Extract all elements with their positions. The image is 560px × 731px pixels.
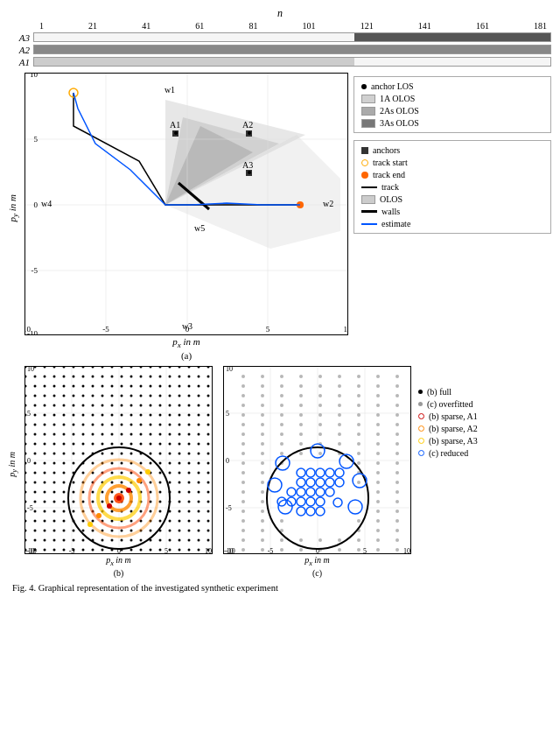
svg-point-294 xyxy=(34,481,37,484)
svg-text:10: 10 xyxy=(403,547,410,554)
svg-point-181 xyxy=(102,424,104,426)
svg-point-497 xyxy=(357,384,360,388)
svg-point-100 xyxy=(92,385,94,388)
svg-point-69 xyxy=(178,366,181,369)
svg-point-140 xyxy=(92,404,94,407)
svg-point-613 xyxy=(261,548,264,552)
svg-point-388 xyxy=(169,520,172,523)
svg-point-148 xyxy=(169,404,172,407)
svg-point-389 xyxy=(178,520,181,523)
svg-point-532 xyxy=(338,423,341,426)
svg-point-249 xyxy=(178,453,181,455)
svg-point-145 xyxy=(140,404,143,407)
svg-point-464 xyxy=(145,469,150,474)
svg-point-217 xyxy=(63,443,66,446)
svg-point-143 xyxy=(121,404,123,407)
svg-point-34 xyxy=(174,131,178,135)
svg-point-427 xyxy=(159,539,162,542)
svg-point-338 xyxy=(73,501,75,503)
svg-point-168 xyxy=(169,414,172,417)
svg-point-177 xyxy=(63,424,66,426)
svg-point-542 xyxy=(357,432,360,436)
svg-point-355 xyxy=(44,510,46,513)
legend-item-2as: 2As OLOS xyxy=(361,106,543,116)
svg-point-589 xyxy=(376,510,380,513)
legend-los-label: anchor LOS xyxy=(371,81,414,91)
svg-point-327 xyxy=(159,491,162,494)
svg-point-632 xyxy=(306,497,315,506)
svg-point-303 xyxy=(121,481,123,484)
svg-point-336 xyxy=(53,501,56,503)
svg-point-514 xyxy=(338,404,341,407)
svg-point-429 xyxy=(178,539,181,542)
svg-point-246 xyxy=(150,453,152,455)
svg-point-496 xyxy=(338,384,341,388)
svg-point-146 xyxy=(150,404,152,407)
svg-point-561 xyxy=(376,452,380,455)
svg-point-594 xyxy=(357,519,360,523)
svg-point-377 xyxy=(63,520,66,523)
svg-point-158 xyxy=(73,414,75,417)
svg-point-597 xyxy=(242,529,245,532)
svg-point-516 xyxy=(376,404,380,407)
svg-point-411 xyxy=(198,530,200,532)
svg-point-521 xyxy=(299,413,303,417)
svg-point-615 xyxy=(299,548,303,552)
svg-point-224 xyxy=(130,443,133,446)
svg-point-441 xyxy=(102,549,104,552)
svg-point-557 xyxy=(299,452,303,455)
svg-point-169 xyxy=(178,414,181,417)
svg-point-634 xyxy=(297,507,305,516)
svg-point-366 xyxy=(150,510,152,513)
svg-point-440 xyxy=(92,549,94,552)
svg-point-531 xyxy=(318,423,322,426)
svg-point-581 xyxy=(376,490,380,494)
svg-point-60 xyxy=(92,366,94,369)
svg-point-330 xyxy=(188,491,191,494)
svg-point-266 xyxy=(150,462,152,465)
n-axis-label: n xyxy=(277,7,283,20)
plot-c-svg: -10 -5 0 5 10 10 5 0 -5 -10 xyxy=(223,366,411,554)
svg-point-61 xyxy=(102,366,104,369)
legend-objects-box: anchors track start track end track OLOS xyxy=(354,140,551,234)
svg-point-419 xyxy=(82,539,85,542)
svg-point-268 xyxy=(169,462,172,465)
svg-point-387 xyxy=(159,520,162,523)
svg-point-425 xyxy=(140,539,143,542)
svg-point-450 xyxy=(188,549,191,552)
svg-point-136 xyxy=(53,404,56,407)
plot-b-xlabel: px in m xyxy=(106,555,131,565)
svg-point-231 xyxy=(198,443,200,446)
svg-point-508 xyxy=(396,394,399,397)
svg-point-230 xyxy=(188,443,191,446)
svg-point-530 xyxy=(299,423,303,426)
svg-point-131 xyxy=(198,395,200,397)
svg-point-198 xyxy=(73,433,75,436)
svg-text:0: 0 xyxy=(34,200,38,209)
svg-point-578 xyxy=(396,481,399,484)
svg-point-243 xyxy=(121,453,123,455)
svg-point-244 xyxy=(130,453,133,455)
svg-point-546 xyxy=(261,442,264,446)
svg-point-529 xyxy=(280,423,284,426)
svg-point-79 xyxy=(82,376,85,378)
svg-point-80 xyxy=(92,376,94,378)
svg-point-75 xyxy=(44,376,46,378)
svg-point-236 xyxy=(53,453,56,455)
svg-point-624 xyxy=(316,468,325,477)
svg-point-375 xyxy=(44,520,46,523)
svg-point-639 xyxy=(326,478,334,487)
svg-point-591 xyxy=(242,519,245,523)
svg-point-629 xyxy=(306,488,315,496)
svg-point-97 xyxy=(63,385,66,388)
svg-point-524 xyxy=(357,413,360,417)
svg-text:A1: A1 xyxy=(170,120,180,130)
svg-point-379 xyxy=(82,520,85,523)
svg-point-523 xyxy=(338,413,341,417)
svg-point-115 xyxy=(44,395,46,397)
svg-point-241 xyxy=(102,453,104,455)
svg-text:5: 5 xyxy=(266,325,270,334)
svg-point-221 xyxy=(102,443,104,446)
svg-point-590 xyxy=(396,510,399,513)
svg-point-201 xyxy=(102,433,104,436)
